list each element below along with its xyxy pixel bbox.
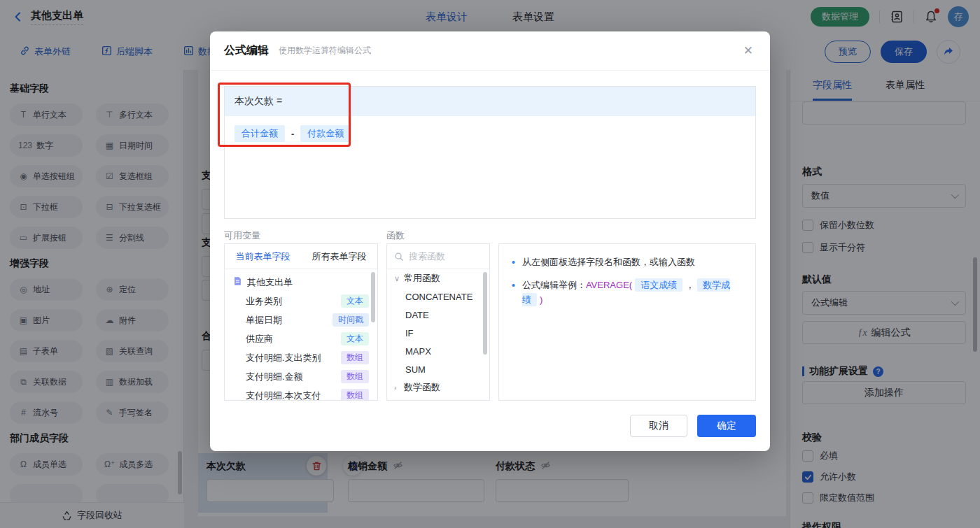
formula-lhs: 本次欠款 = (225, 87, 755, 116)
variable-name: 支付明细.金额 (246, 371, 303, 383)
functions-scrollbar[interactable] (483, 272, 487, 355)
variable-type-badge: 文本 (341, 294, 369, 308)
variable-type-badge: 数组 (341, 351, 369, 364)
function-group-label: 常用函数 (404, 272, 440, 285)
chevron-right-icon: › (394, 383, 404, 392)
variable-type-badge: 数组 (341, 370, 369, 383)
formula-edit-dialog: 公式编辑 使用数学运算符编辑公式 ✕ 本次欠款 = 合计金额-付款金额 可用变量… (210, 31, 770, 451)
example-function-open: AVERAGE( (586, 280, 632, 290)
bullet-icon: • (512, 255, 515, 270)
help-example: • 公式编辑举例：AVERAGE(语文成绩，数学成绩) (512, 278, 743, 308)
help-example-text: 公式编辑举例：AVERAGE(语文成绩，数学成绩) (522, 278, 743, 308)
variable-root-name: 其他支出单 (247, 276, 293, 289)
variables-panel: 当前表单字段所有表单字段 其他支出单业务类别文本单据日期时间戳供应商文本支付明细… (224, 243, 378, 401)
function-search[interactable]: 搜索函数 (387, 244, 489, 269)
function-item-IF[interactable]: IF (387, 324, 489, 342)
dialog-title: 公式编辑 (224, 43, 269, 58)
function-group-label: 文本函数 (404, 399, 440, 401)
formula-operator: - (291, 129, 294, 139)
form-doc-icon (233, 276, 247, 288)
function-group-label: 数学函数 (404, 381, 440, 394)
dialog-header: 公式编辑 使用数学运算符编辑公式 ✕ (210, 31, 770, 71)
close-icon[interactable]: ✕ (743, 45, 753, 57)
help-text: 从左侧面板选择字段名和函数，或输入函数 (522, 255, 695, 270)
cancel-button[interactable]: 取消 (630, 415, 687, 437)
dialog-footer: 取消 确定 (630, 415, 756, 437)
app-root: 其他支出单 表单设计表单设置 数据管理 存 表单外链后端脚本数据权 预览 保存 (0, 0, 980, 528)
formula-expression[interactable]: 合计金额-付款金额 (225, 116, 755, 151)
variables-scrollbar[interactable] (371, 272, 375, 322)
help-panel: • 从左侧面板选择字段名和函数，或输入函数 • 公式编辑举例：AVERAGE(语… (498, 243, 756, 401)
variable-item[interactable]: 支付明细.金额数组 (225, 367, 377, 386)
search-placeholder: 搜索函数 (409, 250, 445, 263)
function-group-文本函数[interactable]: ›文本函数 (387, 397, 489, 401)
search-icon (394, 252, 404, 262)
function-item-MAPX[interactable]: MAPX (387, 342, 489, 360)
variable-name: 业务类别 (246, 295, 282, 308)
functions-panel: 搜索函数 ∨常用函数CONCATENATEDATEIFMAPXSUM›数学函数›… (386, 243, 490, 401)
example-separator: ， (685, 280, 694, 290)
variable-item[interactable]: 支付明细.支出类别数组 (225, 348, 377, 367)
chevron-down-icon: ∨ (394, 274, 404, 283)
variable-type-badge: 时间戳 (332, 313, 369, 327)
function-item-DATE[interactable]: DATE (387, 306, 489, 324)
formula-field-token[interactable]: 合计金额 (234, 125, 285, 142)
variables-tab[interactable]: 当前表单字段 (225, 244, 301, 269)
variable-name: 供应商 (246, 333, 273, 345)
variable-name: 支付明细.本次支付 (246, 390, 321, 401)
example-field-token[interactable]: 语文成绩 (635, 278, 682, 292)
variable-type-badge: 文本 (341, 332, 369, 345)
variable-type-badge: 数组 (341, 389, 369, 401)
help-bullet: • 从左侧面板选择字段名和函数，或输入函数 (512, 255, 743, 270)
function-group-常用函数[interactable]: ∨常用函数 (387, 269, 489, 287)
functions-label: 函数 (386, 229, 405, 242)
function-item-SUM[interactable]: SUM (387, 360, 489, 378)
variable-item[interactable]: 供应商文本 (225, 329, 377, 348)
example-prefix: 公式编辑举例： (522, 280, 586, 290)
confirm-button[interactable]: 确定 (697, 415, 756, 437)
variable-tree-root[interactable]: 其他支出单 (225, 273, 377, 292)
example-function-close: ) (540, 294, 542, 305)
variable-name: 支付明细.支出类别 (246, 352, 321, 364)
variable-name: 单据日期 (246, 314, 282, 327)
variables-label: 可用变量 (224, 229, 260, 242)
formula-editor[interactable]: 本次欠款 = 合计金额-付款金额 (224, 86, 756, 219)
formula-field-token[interactable]: 付款金额 (300, 125, 351, 142)
function-item-CONCATENATE[interactable]: CONCATENATE (387, 287, 489, 306)
variable-item[interactable]: 单据日期时间戳 (225, 311, 377, 329)
bullet-icon: • (512, 278, 515, 308)
variable-item[interactable]: 业务类别文本 (225, 292, 377, 311)
variable-item[interactable]: 支付明细.本次支付数组 (225, 386, 377, 401)
variables-tab[interactable]: 所有表单字段 (301, 244, 377, 269)
function-group-数学函数[interactable]: ›数学函数 (387, 378, 489, 397)
dialog-subtitle: 使用数学运算符编辑公式 (279, 45, 371, 57)
